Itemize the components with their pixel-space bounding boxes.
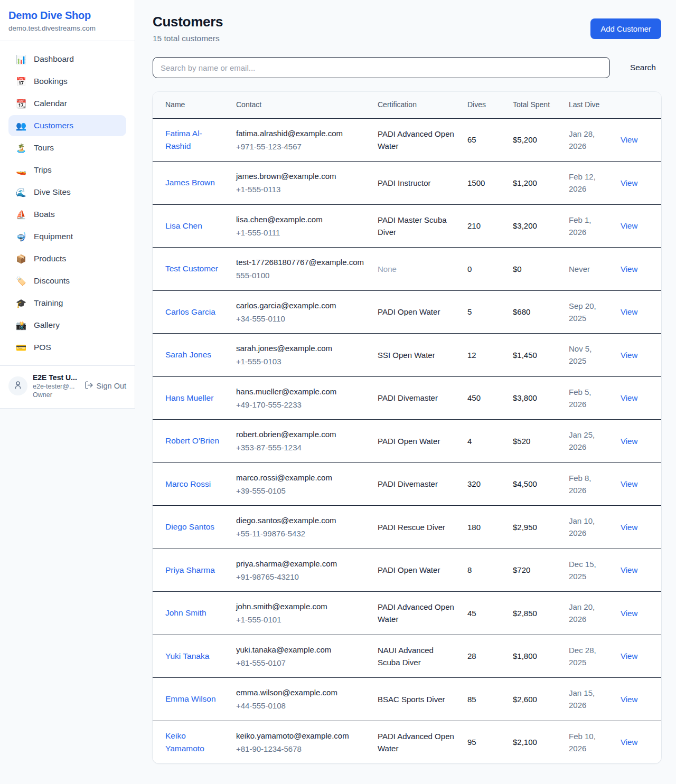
customer-dives-count: 180 (467, 523, 481, 532)
customer-phone: +34-555-0110 (236, 313, 365, 325)
user-email: e2e-tester@... (33, 383, 79, 390)
view-customer-link[interactable]: View (621, 609, 637, 618)
customer-name-link[interactable]: James Brown (165, 176, 215, 189)
nav-item-label: Tours (34, 143, 54, 153)
table-row: Lisa Chen lisa.chen@example.com +1-555-0… (153, 204, 661, 248)
sidebar-item-dive-sites[interactable]: 🌊 Dive Sites (8, 182, 126, 203)
search-input[interactable] (153, 57, 610, 78)
sidebar-item-calendar[interactable]: 📆 Calendar (8, 93, 126, 114)
customer-name-link[interactable]: Test Customer (165, 262, 218, 275)
sidebar-item-boats[interactable]: ⛵ Boats (8, 204, 126, 225)
table-row: Hans Mueller hans.mueller@example.com +4… (153, 376, 661, 420)
trips-icon: 🚤 (15, 165, 27, 175)
sidebar-item-tours[interactable]: 🏝️ Tours (8, 137, 126, 158)
view-customer-link[interactable]: View (621, 135, 637, 144)
view-customer-link[interactable]: View (621, 651, 637, 660)
customer-name-link[interactable]: Hans Mueller (165, 392, 213, 404)
table-row: Test Customer test-1772681807767@example… (153, 248, 661, 291)
customer-total-spent: $4,500 (513, 479, 537, 488)
sidebar-header: Demo Dive Shop demo.test.divestreams.com (0, 0, 135, 41)
nav-item-label: POS (34, 343, 51, 352)
add-customer-button[interactable]: Add Customer (590, 18, 661, 39)
sidebar-item-equipment[interactable]: 🤿 Equipment (8, 226, 126, 247)
pos-icon: 💳 (15, 343, 27, 353)
column-header: Contact (230, 92, 371, 118)
main-content: Customers 15 total customers Add Custome… (135, 0, 676, 779)
customer-last-dive: Dec 28, 2025 (569, 646, 596, 667)
sidebar-item-bookings[interactable]: 📅 Bookings (8, 71, 126, 92)
customer-phone: +353-87-555-1234 (236, 441, 365, 454)
view-customer-link[interactable]: View (621, 178, 637, 187)
bookings-icon: 📅 (15, 77, 27, 87)
customer-name-link[interactable]: Lisa Chen (165, 220, 202, 232)
sidebar-user-footer: E2E Test U... e2e-tester@... Owner Sign … (0, 365, 135, 408)
table-row: Fatima Al-Rashid fatima.alrashid@example… (153, 118, 661, 162)
view-customer-link[interactable]: View (621, 523, 637, 532)
customer-total-spent: $0 (513, 265, 522, 273)
customer-email: emma.wilson@example.com (236, 686, 365, 698)
view-customer-link[interactable]: View (621, 221, 637, 230)
view-customer-link[interactable]: View (621, 738, 637, 747)
customer-last-dive: Sep 20, 2025 (569, 301, 596, 323)
customer-name-link[interactable]: Emma Wilson (165, 693, 216, 705)
customer-name-link[interactable]: Sarah Jones (165, 348, 211, 361)
column-header (614, 92, 661, 118)
customer-name-link[interactable]: Carlos Garcia (165, 306, 215, 318)
view-customer-link[interactable]: View (621, 265, 637, 273)
customer-dives-count: 85 (467, 695, 476, 704)
customer-name-link[interactable]: Keiko Yamamoto (165, 730, 223, 755)
view-customer-link[interactable]: View (621, 393, 637, 402)
customer-phone: +81-555-0107 (236, 657, 365, 669)
customer-name-link[interactable]: Robert O'Brien (165, 434, 219, 447)
customer-certification: PADI Master Scuba Diver (378, 215, 447, 237)
customer-total-spent: $1,800 (513, 651, 537, 660)
view-customer-link[interactable]: View (621, 437, 637, 446)
customer-name-link[interactable]: Fatima Al-Rashid (165, 127, 223, 153)
sidebar-nav: 📊 Dashboard 📅 Bookings 📆 Calendar 👥 Cust… (0, 41, 135, 365)
view-customer-link[interactable]: View (621, 351, 637, 360)
view-customer-link[interactable]: View (621, 307, 637, 316)
customer-total-spent: $680 (513, 307, 530, 316)
column-header: Name (153, 92, 230, 118)
column-header: Certification (371, 92, 461, 118)
customer-last-dive: Feb 10, 2026 (569, 732, 596, 753)
customer-name-link[interactable]: Marco Rossi (165, 478, 211, 490)
customer-last-dive: Feb 1, 2026 (569, 215, 592, 237)
customer-name-link[interactable]: Yuki Tanaka (165, 650, 209, 663)
tours-icon: 🏝️ (15, 143, 27, 153)
customers-icon: 👥 (15, 121, 27, 131)
customer-email: fatima.alrashid@example.com (236, 127, 365, 139)
equipment-icon: 🤿 (15, 232, 27, 242)
sidebar-item-products[interactable]: 📦 Products (8, 248, 126, 269)
customer-name-link[interactable]: John Smith (165, 607, 206, 619)
discounts-icon: 🏷️ (15, 276, 27, 286)
customer-email: test-1772681807767@example.com (236, 256, 365, 268)
table-header-row: NameContactCertificationDivesTotal Spent… (153, 92, 661, 118)
sidebar-item-dashboard[interactable]: 📊 Dashboard (8, 49, 126, 70)
shop-domain: demo.test.divestreams.com (8, 24, 126, 32)
user-role: Owner (33, 391, 79, 399)
customer-dives-count: 5 (467, 307, 472, 316)
boats-icon: ⛵ (15, 210, 27, 220)
sidebar-item-customers[interactable]: 👥 Customers (8, 115, 126, 136)
customer-name-link[interactable]: Diego Santos (165, 521, 214, 533)
sidebar-item-discounts[interactable]: 🏷️ Discounts (8, 270, 126, 291)
sidebar-item-training[interactable]: 🎓 Training (8, 292, 126, 314)
customer-total-spent: $2,100 (513, 738, 537, 747)
customer-total-spent: $2,850 (513, 609, 537, 618)
table-row: Priya Sharma priya.sharma@example.com +9… (153, 549, 661, 592)
sidebar-item-trips[interactable]: 🚤 Trips (8, 159, 126, 181)
sidebar-item-pos[interactable]: 💳 POS (8, 337, 126, 358)
customer-name-link[interactable]: Priya Sharma (165, 564, 215, 577)
customer-certification: PADI Rescue Diver (378, 523, 445, 532)
nav-item-label: Calendar (34, 99, 67, 108)
customer-certification: PADI Divemaster (378, 479, 438, 488)
customer-certification: PADI Instructor (378, 178, 431, 187)
table-row: Diego Santos diego.santos@example.com +5… (153, 506, 661, 549)
view-customer-link[interactable]: View (621, 479, 637, 488)
sidebar-item-gallery[interactable]: 📸 Gallery (8, 315, 126, 336)
view-customer-link[interactable]: View (621, 695, 637, 704)
search-button[interactable]: Search (625, 59, 661, 77)
sign-out-button[interactable]: Sign Out (84, 381, 126, 391)
view-customer-link[interactable]: View (621, 565, 637, 574)
